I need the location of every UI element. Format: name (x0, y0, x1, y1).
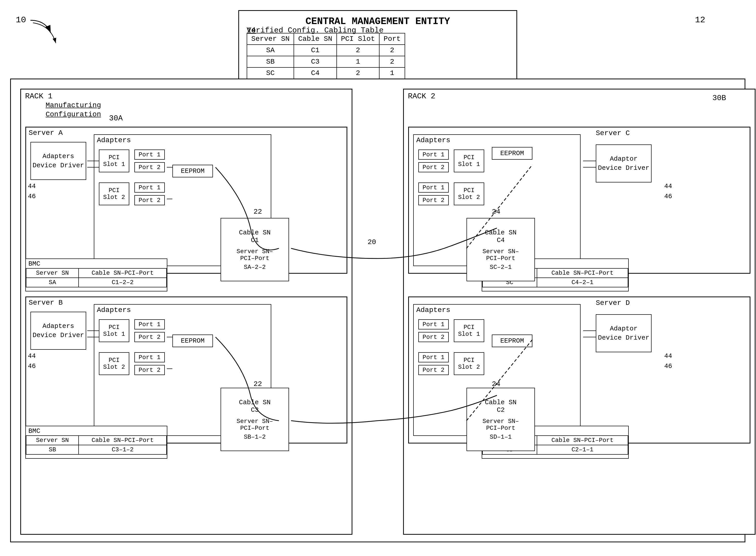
col-pci-slot: PCI Slot (337, 33, 379, 45)
server-b-label: Server B (29, 299, 63, 307)
server-a-port1-s1: Port 1 (134, 149, 165, 160)
ref-22a: 22 (253, 208, 262, 216)
server-d-driver-box: AdaptorDevice Driver (596, 314, 652, 352)
server-d-port1-s1: Port 1 (418, 319, 449, 329)
server-b-port2-s1: Port 2 (134, 332, 165, 342)
server-d-adapters-label: Adapters (416, 306, 450, 314)
server-c-port1-s2: Port 1 (418, 182, 449, 193)
cme-title: CENTRAL MANAGEMENT ENTITY (247, 16, 509, 27)
ref-22b: 22 (253, 380, 262, 388)
server-d-ref44: 44 (664, 352, 672, 360)
server-c-port2-s1: Port 2 (418, 162, 449, 172)
col-cable-sn: Cable SN (294, 33, 336, 45)
cme-table-ref: 14 (247, 26, 256, 35)
ref-30b: 30B (712, 94, 726, 102)
server-b-bmc-label: BMC (28, 427, 40, 435)
server-c-ref44: 44 (664, 182, 672, 190)
server-a-adapters-label: Adapters (97, 136, 131, 144)
server-c-pci1: PCISlot 1 (454, 149, 484, 172)
server-c-adapters-label: Adapters (416, 136, 450, 144)
server-b-driver: AdaptersDevice Driver (33, 322, 84, 340)
col-server-sn: Server SN (247, 33, 294, 45)
server-b-bmc-table: Server SN Cable SN–PCI–Port SB C3–1–2 (26, 436, 167, 455)
server-a-port1-s2: Port 1 (134, 182, 165, 193)
server-c-eeprom: EEPROM (492, 147, 532, 160)
ref-30a: 30A (109, 114, 123, 123)
server-a-driver-box: AdaptersDevice Driver (30, 142, 86, 180)
server-b-ref46: 46 (28, 362, 36, 370)
server-c-main-label: Server C (596, 129, 630, 137)
server-a-bmc-box: BMC Server SN Cable SN–PCI–Port SA C1–2–… (25, 258, 167, 291)
server-b-adapters-label: Adapters (97, 306, 131, 314)
server-b-eeprom: EEPROM (172, 335, 213, 347)
server-a-port2-s2: Port 2 (134, 195, 165, 205)
server-b-driver-box: AdaptersDevice Driver (30, 312, 86, 350)
server-d-driver: AdaptorDevice Driver (598, 324, 650, 343)
server-a-pci1: PCISlot 1 (99, 149, 129, 172)
ref-20: 20 (368, 238, 376, 246)
server-b-ref44: 44 (28, 352, 36, 360)
ref-12: 12 (695, 15, 705, 25)
server-d-main-label: Server D (596, 299, 630, 307)
server-c-port1-s1: Port 1 (418, 149, 449, 160)
server-b-pci1: PCISlot 1 (99, 319, 129, 342)
server-d-port2-s2: Port 2 (418, 365, 449, 375)
server-d-eeprom: EEPROM (492, 335, 532, 347)
ref-24a: 24 (492, 208, 501, 216)
server-a-ref44: 44 (28, 182, 36, 190)
server-a-bmc-label: BMC (28, 260, 40, 268)
server-b-port1-s2: Port 1 (134, 352, 165, 362)
mfg-config2: Configuration (46, 110, 101, 118)
server-c-port2-s2: Port 2 (418, 195, 449, 205)
rack2-label: RACK 2 (408, 92, 435, 101)
server-c-pci2: PCISlot 2 (454, 182, 484, 205)
ref-10: 10 (16, 15, 26, 25)
server-a-driver: AdaptersDevice Driver (33, 152, 84, 170)
server-b-port1-s1: Port 1 (134, 319, 165, 329)
server-b-pci2: PCISlot 2 (99, 352, 129, 375)
server-a-bmc-table: Server SN Cable SN–PCI–Port SA C1–2–2 (26, 268, 167, 287)
cable-c4-box: Cable SN C4 Server SN– PCI–Port SC–2–1 (467, 218, 535, 281)
server-c-ref46: 46 (664, 193, 672, 200)
server-a-eeprom: EEPROM (172, 165, 213, 177)
cable-c1-box: Cable SN C1 Server SN– PCI–Port SA–2–2 (220, 218, 289, 281)
server-b-bmc-box: BMC Server SN Cable SN–PCI–Port SB C3–1–… (25, 426, 167, 459)
server-d-ref46: 46 (664, 362, 672, 370)
server-c-driver-box: AdaptorDevice Driver (596, 144, 652, 182)
col-port: Port (379, 33, 405, 45)
mfg-config: Manufacturing (46, 101, 101, 109)
server-d-pci1: PCISlot 1 (454, 319, 484, 342)
cable-c3-box: Cable SN C3 Server SN– PCI–Port SB–1–2 (220, 388, 289, 451)
cme-table-title: Verified Config. Cabling Table (247, 26, 384, 35)
server-b-port2-s2: Port 2 (134, 365, 165, 375)
table-row: SBC312 (247, 56, 405, 67)
server-c-driver: AdaptorDevice Driver (598, 154, 650, 173)
table-row: SAC122 (247, 45, 405, 56)
ref-24b: 24 (492, 380, 501, 388)
server-a-pci2: PCISlot 2 (99, 182, 129, 205)
cable-c2-box: Cable SN C2 Server SN– PCI–Port SD–1–1 (467, 388, 535, 451)
diagram: 10 12 CENTRAL MANAGEMENT ENTITY Verified… (0, 0, 756, 556)
server-d-port1-s2: Port 1 (418, 352, 449, 362)
table-row: SCC421 (247, 67, 405, 79)
server-a-label: Server A (29, 129, 63, 137)
rack1-label: RACK 1 (25, 92, 53, 101)
server-a-port2-s1: Port 2 (134, 162, 165, 172)
server-a-ref46: 46 (28, 193, 36, 200)
server-d-pci2: PCISlot 2 (454, 352, 484, 375)
server-d-port2-s1: Port 2 (418, 332, 449, 342)
